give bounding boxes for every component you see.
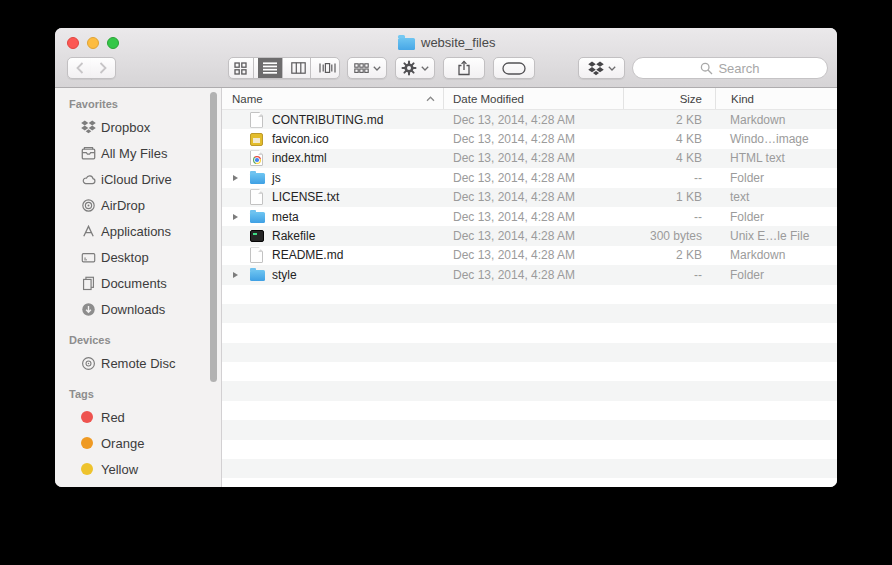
sidebar-scrollbar[interactable] — [210, 92, 217, 382]
all-my-files-icon — [81, 146, 100, 161]
sort-ascending-icon — [426, 96, 435, 102]
file-row[interactable]: js Dec 13, 2014, 4:28 AM -- Folder — [222, 168, 837, 187]
remote-disc-icon — [81, 356, 100, 371]
sidebar-sections: FavoritesDropboxAll My FilesiCloud Drive… — [55, 94, 221, 482]
file-row[interactable]: index.html Dec 13, 2014, 4:28 AM 4 KB HT… — [222, 149, 837, 168]
empty-row — [222, 401, 837, 420]
zoom-button[interactable] — [107, 37, 119, 49]
search-input[interactable] — [633, 58, 827, 78]
sidebar-section-title: Tags — [55, 384, 221, 404]
column-view-button[interactable] — [287, 58, 312, 78]
file-size: 1 KB — [623, 188, 715, 207]
file-name: meta — [272, 210, 299, 224]
sidebar-item-airdrop[interactable]: AirDrop — [55, 192, 221, 218]
file-kind: Folder — [715, 265, 837, 284]
sidebar-item-orange[interactable]: Orange — [55, 430, 221, 456]
column-header-size[interactable]: Size — [623, 88, 715, 109]
file-kind: Folder — [715, 168, 837, 187]
file-date-modified: Dec 13, 2014, 4:28 AM — [443, 207, 623, 226]
empty-row — [222, 304, 837, 323]
file-kind: Folder — [715, 207, 837, 226]
icon-view-button[interactable] — [229, 58, 254, 78]
titlebar-toolbar: website_files — [55, 28, 837, 88]
chrome-logo-icon — [253, 156, 261, 164]
chevron-down-icon — [608, 66, 616, 71]
disclosure-triangle-icon[interactable] — [233, 214, 238, 220]
file-kind: text — [715, 188, 837, 207]
folder-icon — [250, 212, 265, 223]
disclosure-triangle-icon[interactable] — [233, 175, 238, 181]
file-row[interactable]: meta Dec 13, 2014, 4:28 AM -- Folder — [222, 207, 837, 226]
column-header-date-modified[interactable]: Date Modified — [443, 88, 623, 109]
arrange-button[interactable] — [347, 57, 387, 79]
sidebar-section-title: Favorites — [55, 94, 221, 114]
sidebar-item-red[interactable]: Red — [55, 404, 221, 430]
file-size: 4 KB — [623, 129, 715, 148]
file-row[interactable]: Rakefile Dec 13, 2014, 4:28 AM 300 bytes… — [222, 226, 837, 245]
file-size: -- — [623, 265, 715, 284]
back-button[interactable] — [67, 57, 92, 79]
column-header-name[interactable]: Name — [222, 88, 443, 109]
file-row[interactable]: favicon.ico Dec 13, 2014, 4:28 AM 4 KB W… — [222, 129, 837, 148]
sidebar-item-applications[interactable]: Applications — [55, 218, 221, 244]
folder-icon — [398, 38, 415, 50]
search-field[interactable]: Search — [632, 57, 828, 79]
close-button[interactable] — [67, 37, 79, 49]
action-button[interactable] — [395, 57, 435, 79]
downloads-icon — [81, 302, 100, 317]
file-row[interactable]: LICENSE.txt Dec 13, 2014, 4:28 AM 1 KB t… — [222, 188, 837, 207]
file-name: style — [272, 268, 297, 282]
file-size: -- — [623, 207, 715, 226]
tags-button[interactable] — [493, 57, 535, 79]
red-tag-icon — [81, 411, 100, 423]
sidebar-item-dropbox[interactable]: Dropbox — [55, 114, 221, 140]
list-view-button[interactable] — [258, 58, 283, 78]
file-row[interactable]: CONTRIBUTING.md Dec 13, 2014, 4:28 AM 2 … — [222, 110, 837, 129]
file-kind: HTML text — [715, 149, 837, 168]
file-size: -- — [623, 168, 715, 187]
dropbox-icon — [588, 61, 604, 76]
sidebar-item-remote-disc[interactable]: Remote Disc — [55, 350, 221, 376]
yellow-tag-icon — [81, 463, 100, 475]
disclosure-triangle-icon[interactable] — [233, 272, 238, 278]
sidebar-item-yellow[interactable]: Yellow — [55, 456, 221, 482]
file-date-modified: Dec 13, 2014, 4:28 AM — [443, 188, 623, 207]
column-header-kind[interactable]: Kind — [715, 88, 837, 109]
empty-row — [222, 285, 837, 304]
empty-row — [222, 459, 837, 478]
file-size: 300 bytes — [623, 226, 715, 245]
file-size: 2 KB — [623, 246, 715, 265]
sidebar-item-icloud-drive[interactable]: iCloud Drive — [55, 166, 221, 192]
file-name: LICENSE.txt — [272, 190, 339, 204]
file-date-modified: Dec 13, 2014, 4:28 AM — [443, 226, 623, 245]
empty-row — [222, 381, 837, 400]
file-kind: Markdown — [715, 246, 837, 265]
sidebar-item-desktop[interactable]: Desktop — [55, 244, 221, 270]
icon-view-icon — [234, 62, 247, 75]
tag-icon — [502, 62, 526, 75]
file-list: Name Date Modified Size Kind CONTRIBUTIN… — [222, 88, 837, 487]
file-name: favicon.ico — [272, 132, 329, 146]
sidebar-item-documents[interactable]: Documents — [55, 270, 221, 296]
empty-row — [222, 362, 837, 381]
file-row[interactable]: style Dec 13, 2014, 4:28 AM -- Folder — [222, 265, 837, 284]
file-date-modified: Dec 13, 2014, 4:28 AM — [443, 168, 623, 187]
forward-button[interactable] — [91, 57, 116, 79]
minimize-button[interactable] — [87, 37, 99, 49]
document-icon — [250, 112, 263, 128]
column-view-icon — [291, 62, 306, 74]
dropbox-menu-button[interactable] — [578, 57, 625, 79]
folder-icon — [250, 270, 265, 281]
file-kind: Windo…image — [715, 129, 837, 148]
file-rows: CONTRIBUTING.md Dec 13, 2014, 4:28 AM 2 … — [222, 110, 837, 487]
file-date-modified: Dec 13, 2014, 4:28 AM — [443, 110, 623, 129]
coverflow-view-button[interactable] — [315, 58, 339, 78]
chevron-left-icon — [75, 61, 85, 75]
sidebar-item-all-my-files[interactable]: All My Files — [55, 140, 221, 166]
window-title-text: website_files — [421, 35, 495, 50]
file-date-modified: Dec 13, 2014, 4:28 AM — [443, 265, 623, 284]
sidebar-item-downloads[interactable]: Downloads — [55, 296, 221, 322]
applications-icon — [81, 224, 100, 239]
file-row[interactable]: README.md Dec 13, 2014, 4:28 AM 2 KB Mar… — [222, 246, 837, 265]
share-button[interactable] — [443, 57, 485, 79]
